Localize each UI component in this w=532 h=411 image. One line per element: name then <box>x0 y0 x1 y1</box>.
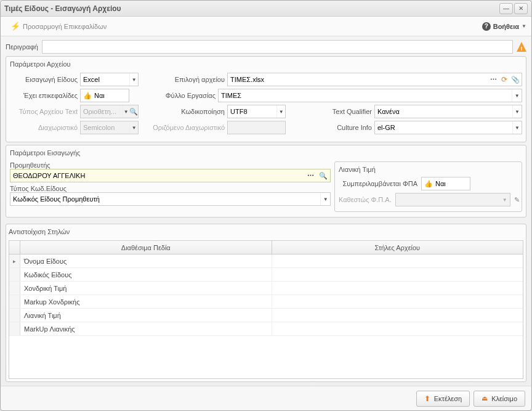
cell-file <box>272 282 523 295</box>
text-qualifier-label: Text Qualifier <box>292 108 372 115</box>
chevron-down-icon: ▼ <box>522 23 526 29</box>
lookup-button[interactable]: ⋯ <box>305 172 316 180</box>
custom-delim-label: Οριζόμενο Διαχωριστικό <box>145 124 225 131</box>
column-mapping-group: Αντιστοίχιση Στηλών Διαθέσιμα Πεδία Στήλ… <box>6 224 526 382</box>
file-select-label: Επιλογή αρχείου <box>145 76 225 83</box>
file-columns-header[interactable]: Στήλες Αρχείου <box>272 241 523 254</box>
chevron-down-icon: ▼ <box>276 105 285 118</box>
cell-available: Markup Χονδρικής <box>20 295 272 308</box>
edit-icon[interactable]: ✎ <box>514 196 520 204</box>
table-row[interactable]: Λιανική Τιμή <box>9 309 523 322</box>
footer: ⬆ Εκτέλεση ⏏ Κλείσιμο <box>1 386 531 410</box>
file-select-input[interactable]: ⋯ ⟳ 📎 <box>227 73 522 86</box>
cell-available: Κωδικός Είδους <box>20 268 272 281</box>
warning-icon: ! <box>517 42 526 52</box>
supplier-input[interactable]: ⋯ 🔍 <box>10 169 331 182</box>
customize-headers-label: Προσαρμογή Επικεφαλίδων <box>23 23 107 30</box>
description-input[interactable] <box>42 40 513 54</box>
table-row[interactable]: Χονδρική Τιμή <box>9 282 523 295</box>
close-button[interactable]: ⏏ Κλείσιμο <box>474 391 525 407</box>
delimiter-label: Διαχωριστικό <box>10 124 78 131</box>
search-icon[interactable]: 🔍 <box>316 172 330 180</box>
code-type-select[interactable]: ▼ <box>10 192 331 206</box>
cell-file <box>272 268 523 281</box>
eject-icon: ⏏ <box>482 394 488 402</box>
close-window-button[interactable]: ✕ <box>514 3 528 14</box>
vat-included-value: Ναι <box>435 180 446 187</box>
thumbs-up-icon: 👍 <box>424 180 433 188</box>
chevron-down-icon: ▼ <box>129 121 138 134</box>
help-label: Βοήθεια <box>493 23 519 30</box>
chevron-down-icon: ▼ <box>320 193 330 205</box>
attachment-icon[interactable]: 📎 <box>509 76 522 84</box>
close-label: Κλείσιμο <box>491 395 517 402</box>
culture-select[interactable]: ▼ <box>374 121 522 134</box>
upload-icon: ⬆ <box>424 394 430 403</box>
execute-button[interactable]: ⬆ Εκτέλεση <box>416 391 470 407</box>
vat-status-select: ▼ <box>395 193 510 206</box>
description-label: Περιγραφή <box>6 43 38 51</box>
browse-button[interactable]: ⋯ <box>488 76 499 84</box>
worksheet-select[interactable]: ▼ <box>218 89 522 102</box>
cell-available: Όνομα Είδους <box>20 254 272 267</box>
chevron-down-icon: ▼ <box>500 197 510 203</box>
refresh-icon[interactable]: ⟳ <box>499 75 509 84</box>
cell-file <box>272 322 523 335</box>
window-title: Τιμές Είδους - Εισαγωγή Αρχείου <box>4 4 499 13</box>
vat-status-label: Καθεστώς Φ.Π.Α. <box>339 196 392 203</box>
grid-body[interactable]: ▸ Όνομα Είδους Κωδικός Είδους Χονδρική Τ… <box>9 254 523 378</box>
chevron-down-icon: ▼ <box>123 105 130 118</box>
supplier-label: Προμηθευτής <box>10 161 50 169</box>
titlebar: Τιμές Είδους - Εισαγωγή Αρχείου — ✕ <box>1 1 531 17</box>
text-file-type-select: ▼ 🔍 <box>80 105 139 118</box>
import-params-title: Παράμετροι Εισαγωγής <box>10 148 522 158</box>
has-headers-label: Έχει επικεφαλίδες <box>10 92 78 99</box>
file-params-group: Παράμετροι Αρχείου Εισαγωγή Είδους ▼ Επι… <box>6 56 526 142</box>
import-type-label: Εισαγωγή Είδους <box>10 76 78 83</box>
code-type-label: Τύπος Κωδ.Είδους <box>10 185 66 192</box>
mapping-title: Αντιστοίχιση Στηλών <box>9 227 523 237</box>
execute-label: Εκτέλεση <box>434 395 462 402</box>
has-headers-toggle[interactable]: 👍 Ναι <box>80 89 129 102</box>
cell-available: Λιανική Τιμή <box>20 309 272 322</box>
delimiter-select: ▼ <box>80 121 139 134</box>
text-file-type-label: Τύπος Αρχείου Text <box>10 108 78 115</box>
toolbar: ⚡ Προσαρμογή Επικεφαλίδων ? Βοήθεια ▼ <box>1 17 531 36</box>
worksheet-label: Φύλλο Εργασίας <box>135 92 216 99</box>
minimize-button[interactable]: — <box>499 3 513 14</box>
search-icon: 🔍 <box>129 108 138 116</box>
text-qualifier-select[interactable]: ▼ <box>374 105 522 118</box>
import-type-select[interactable]: ▼ <box>80 73 139 86</box>
encoding-label: Κωδικοποίηση <box>145 108 225 115</box>
mapping-grid: Διαθέσιμα Πεδία Στήλες Αρχείου ▸ Όνομα Ε… <box>9 240 523 379</box>
chevron-down-icon: ▼ <box>129 73 138 86</box>
chevron-down-icon: ▼ <box>512 105 522 118</box>
has-headers-value: Ναι <box>94 92 105 99</box>
file-params-title: Παράμετροι Αρχείου <box>10 59 522 69</box>
chevron-down-icon: ▼ <box>512 89 522 102</box>
thumbs-up-icon: 👍 <box>83 92 92 100</box>
available-fields-header[interactable]: Διαθέσιμα Πεδία <box>20 241 272 254</box>
table-row[interactable]: MarkUp Λιανικής <box>9 322 523 336</box>
row-indicator-icon: ▸ <box>9 254 20 267</box>
cell-file <box>272 295 523 308</box>
cell-available: MarkUp Λιανικής <box>20 322 272 335</box>
cell-file <box>272 254 523 267</box>
custom-delim-input <box>227 121 286 134</box>
culture-label: Culture Info <box>292 124 372 131</box>
vat-included-label: Συμπεριλαμβάνεται ΦΠΑ <box>339 180 417 187</box>
import-params-group: Παράμετροι Εισαγωγής Προμηθευτής ⋯ 🔍 Τύπ… <box>6 145 526 218</box>
customize-headers-button: ⚡ Προσαρμογή Επικεφαλίδων <box>6 19 111 33</box>
vat-included-toggle[interactable]: 👍 Ναι <box>421 177 470 190</box>
retail-price-group: Λιανική Τιμή Συμπεριλαμβάνεται ΦΠΑ 👍 Ναι… <box>334 161 522 212</box>
cell-available: Χονδρική Τιμή <box>20 282 272 295</box>
bolt-icon: ⚡ <box>10 22 20 31</box>
encoding-select[interactable]: ▼ <box>227 105 286 118</box>
cell-file <box>272 309 523 322</box>
table-row[interactable]: Κωδικός Είδους <box>9 268 523 282</box>
help-button[interactable]: ? Βοήθεια ▼ <box>482 22 526 31</box>
table-row[interactable]: ▸ Όνομα Είδους <box>9 254 523 268</box>
help-icon: ? <box>482 22 491 31</box>
table-row[interactable]: Markup Χονδρικής <box>9 295 523 309</box>
chevron-down-icon: ▼ <box>512 121 522 134</box>
